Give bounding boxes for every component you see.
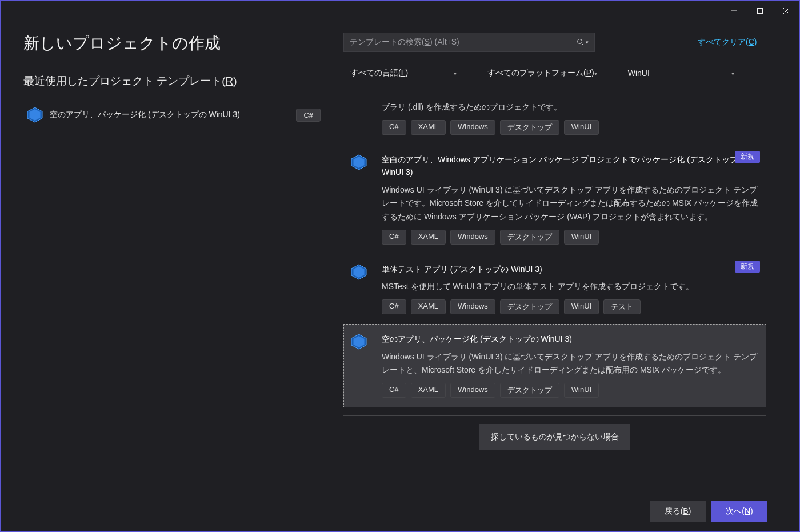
chevron-down-icon: ▾	[594, 70, 597, 77]
new-badge: 新規	[735, 151, 760, 163]
minimize-button[interactable]	[721, 2, 747, 19]
template-description: Windows UI ライブラリ (WinUI 3) に基づいてデスクトップ ア…	[382, 183, 760, 224]
template-tag: デスクトップ	[500, 230, 559, 245]
left-column: 新しいプロジェクトの作成 最近使用したプロジェクト テンプレート(R) 空のアプ…	[1, 21, 343, 491]
template-list: ブラリ (.dll) を作成するためのプロジェクトです。C#XAMLWindow…	[343, 92, 767, 491]
template-tag: デスクトップ	[500, 299, 559, 314]
template-tag: XAML	[411, 299, 446, 314]
template-item[interactable]: 空のアプリ、パッケージ化 (デスクトップの WinUI 3)Windows UI…	[343, 324, 766, 407]
template-title: 空のアプリ、パッケージ化 (デスクトップの WinUI 3)	[382, 333, 760, 345]
template-icon	[350, 163, 368, 173]
project-type-filter-dropdown[interactable]: WinUI ▾	[621, 63, 741, 83]
maximize-button[interactable]	[747, 2, 773, 19]
template-title: 単体テスト アプリ (デスクトップの WinUI 3)	[382, 263, 760, 275]
template-item[interactable]: 単体テスト アプリ (デスクトップの WinUI 3)MSTest を使用して …	[343, 254, 766, 324]
recent-template-name: 空のアプリ、パッケージ化 (デスクトップの WinUI 3)	[50, 110, 290, 120]
clear-all-link[interactable]: すべてクリア(C)	[698, 37, 757, 47]
chevron-down-icon: ▾	[454, 70, 457, 77]
chevron-down-icon: ▾	[731, 70, 734, 77]
search-icon[interactable]: ▾	[577, 38, 589, 46]
template-description: MSTest を使用して WinUI 3 アプリの単体テスト アプリを作成するプ…	[382, 280, 760, 294]
template-tag: C#	[382, 299, 406, 314]
template-title: 空白のアプリ、Windows アプリケーション パッケージ プロジェクトでパッケ…	[382, 153, 760, 179]
svg-point-6	[578, 39, 582, 44]
not-found-button[interactable]: 探しているものが見つからない場合	[479, 424, 630, 450]
template-tag: Windows	[450, 230, 495, 245]
template-tag: C#	[382, 120, 406, 135]
template-tag: WinUI	[564, 299, 599, 314]
platform-filter-dropdown[interactable]: すべてのプラットフォーム(P) ▾	[481, 63, 604, 83]
template-tag: デスクトップ	[500, 120, 559, 135]
svg-rect-1	[758, 9, 763, 14]
template-item[interactable]: 空白のアプリ、Windows アプリケーション パッケージ プロジェクトでパッケ…	[343, 145, 766, 254]
recent-template-lang-tag: C#	[296, 109, 321, 122]
next-button[interactable]: 次へ(N)	[711, 501, 767, 522]
page-title: 新しいプロジェクトの作成	[23, 33, 321, 54]
template-icon	[350, 343, 368, 353]
svg-line-7	[582, 43, 584, 46]
template-tag: XAML	[411, 230, 446, 245]
template-tag: テスト	[603, 299, 641, 314]
template-tag: Windows	[450, 299, 495, 314]
back-button[interactable]: 戻る(B)	[650, 501, 706, 522]
recent-heading: 最近使用したプロジェクト テンプレート(R)	[23, 74, 321, 89]
template-icon	[350, 273, 368, 283]
template-tag: Windows	[450, 120, 495, 135]
template-description: Windows UI ライブラリ (WinUI 3) に基づいてデスクトップ ア…	[382, 350, 760, 378]
template-description: ブラリ (.dll) を作成するためのプロジェクトです。	[382, 101, 760, 114]
template-tag: XAML	[411, 120, 446, 135]
search-placeholder: テンプレートの検索(S) (Alt+S)	[350, 37, 577, 47]
language-filter-dropdown[interactable]: すべての言語(L) ▾	[343, 63, 463, 83]
right-column: テンプレートの検索(S) (Alt+S) ▾ すべてクリア(C) すべての言語(…	[343, 21, 799, 491]
template-tag: Windows	[450, 383, 495, 398]
template-tag: XAML	[411, 383, 446, 398]
footer: 戻る(B) 次へ(N)	[1, 491, 799, 531]
divider	[343, 415, 766, 416]
template-tag: C#	[382, 230, 406, 245]
search-input[interactable]: テンプレートの検索(S) (Alt+S) ▾	[343, 33, 595, 52]
titlebar	[1, 1, 799, 21]
close-button[interactable]	[773, 2, 799, 19]
template-tag: WinUI	[564, 383, 599, 398]
template-tag: WinUI	[564, 120, 599, 135]
new-badge: 新規	[735, 261, 760, 273]
template-tag: デスクトップ	[500, 383, 559, 398]
template-tag: C#	[382, 383, 406, 398]
csharp-project-icon	[26, 106, 44, 124]
template-tag: WinUI	[564, 230, 599, 245]
recent-template-item[interactable]: 空のアプリ、パッケージ化 (デスクトップの WinUI 3) C#	[23, 106, 321, 124]
template-item[interactable]: ブラリ (.dll) を作成するためのプロジェクトです。C#XAMLWindow…	[343, 92, 766, 145]
